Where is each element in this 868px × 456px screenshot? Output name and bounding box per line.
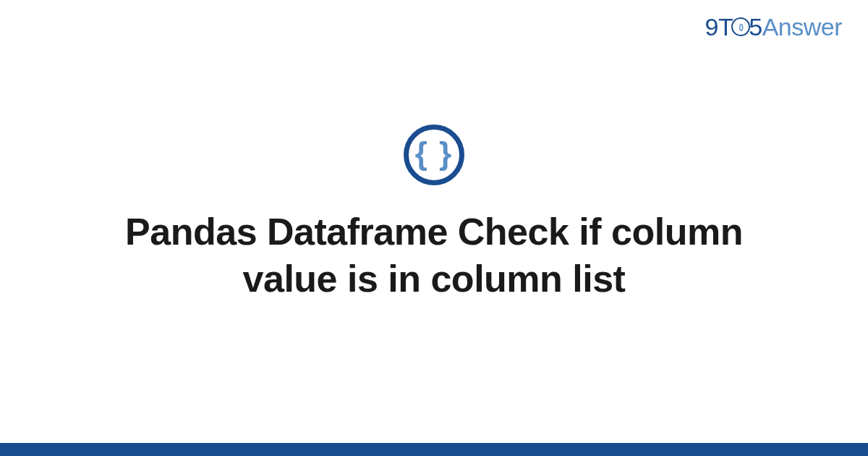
code-braces-icon: { }: [404, 124, 464, 185]
main-content: { } Pandas Dataframe Check if column val…: [0, 0, 868, 456]
braces-glyph: { }: [415, 138, 453, 169]
footer-accent-bar: [0, 443, 868, 456]
page-title: Pandas Dataframe Check if column value i…: [87, 208, 781, 303]
